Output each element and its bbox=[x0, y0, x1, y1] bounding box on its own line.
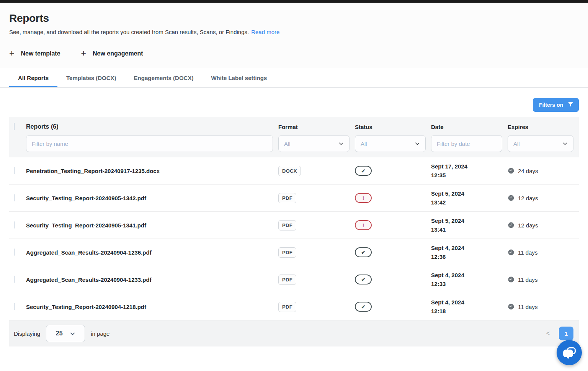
clock-icon bbox=[508, 194, 514, 201]
expires-cell: 12 days bbox=[508, 222, 579, 229]
report-time: 12:33 bbox=[431, 279, 508, 288]
report-name[interactable]: Penetration_Testing_Report-20240917-1235… bbox=[26, 168, 278, 174]
header-actions: + New template + New engagement bbox=[9, 49, 579, 68]
report-date: Sept 5, 2024 bbox=[431, 216, 508, 225]
status-success-icon: ✔ bbox=[355, 302, 372, 312]
table-row: Aggregated_Scan_Results-20240904-1233.pd… bbox=[9, 266, 579, 293]
report-name[interactable]: Security_Testing_Report-20240905-1342.pd… bbox=[26, 195, 278, 201]
chat-bubble-front-icon bbox=[563, 350, 573, 357]
filters-on-button[interactable]: Filters on bbox=[533, 98, 579, 112]
table-title: Reports (6) bbox=[26, 123, 278, 130]
main-content: Filters on Reports (6) Format Status Dat… bbox=[0, 98, 588, 346]
page-size-select[interactable]: 25 bbox=[46, 325, 85, 342]
report-date: Sept 5, 2024 bbox=[431, 189, 508, 198]
expires-cell: 11 days bbox=[508, 249, 579, 256]
column-header-expires: Expires bbox=[508, 124, 579, 130]
expires-cell: 12 days bbox=[508, 194, 579, 201]
chevron-down-icon bbox=[415, 141, 420, 146]
row-checkbox[interactable] bbox=[14, 194, 15, 201]
displaying-label: Displaying bbox=[14, 330, 40, 337]
expires-value: 12 days bbox=[518, 222, 538, 229]
filter-by-date-input[interactable] bbox=[431, 135, 502, 152]
row-checkbox[interactable] bbox=[14, 276, 15, 283]
read-more-link[interactable]: Read more bbox=[251, 29, 279, 35]
format-filter-select[interactable]: All bbox=[278, 135, 350, 152]
expires-value: 12 days bbox=[518, 195, 538, 201]
column-header-date: Date bbox=[431, 124, 508, 130]
date-cell: Sept 5, 2024 13:41 bbox=[431, 216, 508, 234]
page-subtitle: See, manage, and download all the report… bbox=[9, 29, 579, 35]
chevron-down-icon bbox=[70, 331, 75, 337]
new-engagement-button[interactable]: + New engagement bbox=[81, 49, 143, 58]
report-time: 12:18 bbox=[431, 307, 508, 315]
new-engagement-label: New engagement bbox=[93, 50, 143, 57]
date-cell: Sept 4, 2024 12:18 bbox=[431, 298, 508, 315]
report-time: 12:35 bbox=[431, 171, 508, 180]
row-checkbox[interactable] bbox=[14, 248, 15, 256]
page-subtitle-text: See, manage, and download all the report… bbox=[9, 29, 249, 35]
clock-icon bbox=[508, 167, 514, 174]
current-page-button[interactable]: 1 bbox=[559, 327, 573, 340]
expires-filter-select[interactable]: All bbox=[508, 135, 573, 152]
tab-bar: All Reports Templates (DOCX) Engagements… bbox=[0, 68, 588, 88]
tab-engagements-docx[interactable]: Engagements (DOCX) bbox=[125, 68, 203, 87]
column-header-status: Status bbox=[355, 124, 431, 130]
expires-value: 24 days bbox=[518, 168, 538, 174]
date-cell: Sept 4, 2024 12:36 bbox=[431, 244, 508, 261]
table-filter-row: All All All bbox=[9, 135, 579, 157]
select-all-checkbox[interactable] bbox=[14, 123, 15, 130]
status-filter-select[interactable]: All bbox=[355, 135, 426, 152]
table-row: Security_Testing_Report-20240905-1342.pd… bbox=[9, 185, 579, 212]
page-title: Reports bbox=[9, 12, 579, 25]
format-badge: PDF bbox=[278, 193, 296, 203]
row-checkbox[interactable] bbox=[14, 221, 15, 229]
filter-by-name-input[interactable] bbox=[26, 135, 273, 152]
report-name[interactable]: Aggregated_Scan_Results-20240904-1233.pd… bbox=[26, 276, 278, 283]
status-filter-value: All bbox=[361, 141, 367, 147]
report-date: Sept 17, 2024 bbox=[431, 162, 508, 171]
date-cell: Sept 5, 2024 13:42 bbox=[431, 189, 508, 207]
status-error-icon: ! bbox=[355, 193, 372, 203]
tab-all-reports[interactable]: All Reports bbox=[9, 68, 57, 87]
row-checkbox[interactable] bbox=[14, 303, 15, 310]
tab-templates-docx[interactable]: Templates (DOCX) bbox=[57, 68, 125, 87]
chat-icon bbox=[563, 347, 576, 358]
format-filter-value: All bbox=[284, 141, 291, 147]
previous-page-button[interactable]: < bbox=[546, 330, 550, 337]
pager: < 1 bbox=[546, 327, 573, 340]
table-body: Penetration_Testing_Report-20240917-1235… bbox=[9, 157, 579, 320]
status-success-icon: ✔ bbox=[355, 247, 372, 257]
table-row: Aggregated_Scan_Results-20240904-1236.pd… bbox=[9, 239, 579, 266]
clock-icon bbox=[508, 303, 514, 310]
table-row: Security_Testing_Report-20240905-1341.pd… bbox=[9, 212, 579, 239]
expires-value: 11 days bbox=[518, 276, 537, 283]
row-checkbox[interactable] bbox=[14, 167, 15, 174]
format-badge: PDF bbox=[278, 302, 296, 312]
expires-value: 11 days bbox=[518, 304, 537, 310]
date-cell: Sept 17, 2024 12:35 bbox=[431, 162, 508, 180]
table-footer: Displaying 25 in page < 1 bbox=[9, 320, 579, 346]
chevron-down-icon bbox=[338, 141, 344, 146]
report-name[interactable]: Security_Testing_Report-20240905-1341.pd… bbox=[26, 222, 278, 229]
clock-icon bbox=[508, 249, 514, 256]
browser-top-bar bbox=[0, 0, 588, 3]
filter-funnel-icon bbox=[567, 101, 574, 109]
page-size-value: 25 bbox=[56, 330, 63, 337]
table-row: Penetration_Testing_Report-20240917-1235… bbox=[9, 157, 579, 185]
format-badge: DOCX bbox=[278, 166, 301, 176]
tab-white-label-settings[interactable]: White Label settings bbox=[202, 68, 276, 87]
expires-cell: 11 days bbox=[508, 276, 579, 283]
new-template-button[interactable]: + New template bbox=[9, 49, 60, 58]
chat-widget-button[interactable] bbox=[557, 340, 582, 365]
format-badge: PDF bbox=[278, 247, 296, 258]
new-template-label: New template bbox=[21, 50, 60, 57]
status-success-icon: ✔ bbox=[355, 166, 372, 176]
filters-on-label: Filters on bbox=[539, 102, 563, 108]
report-time: 13:41 bbox=[431, 225, 508, 234]
expires-cell: 24 days bbox=[508, 167, 579, 174]
report-date: Sept 4, 2024 bbox=[431, 271, 508, 279]
report-name[interactable]: Security_Testing_Report-20240904-1218.pd… bbox=[26, 304, 278, 310]
chevron-down-icon bbox=[562, 141, 568, 146]
report-name[interactable]: Aggregated_Scan_Results-20240904-1236.pd… bbox=[26, 249, 278, 256]
plus-icon: + bbox=[81, 49, 86, 58]
